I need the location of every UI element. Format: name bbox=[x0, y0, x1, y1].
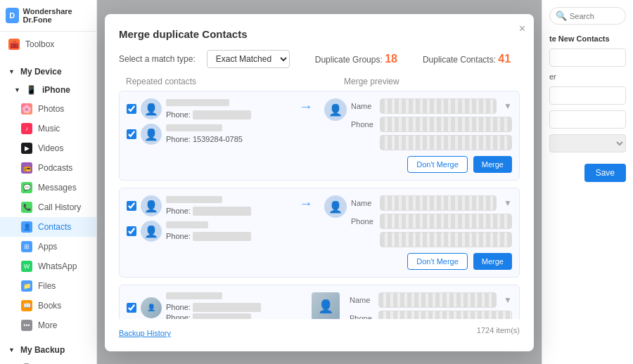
sidebar-item-podcasts[interactable]: 📻 Podcasts bbox=[0, 158, 96, 178]
preview-2-name-label: Name bbox=[351, 199, 376, 207]
save-button[interactable]: Save bbox=[584, 164, 626, 182]
group-1-contact-2-checkbox[interactable] bbox=[127, 129, 136, 139]
more-icon: ••• bbox=[21, 320, 32, 331]
sidebar-iphone[interactable]: ▼ 📱 iPhone bbox=[0, 81, 96, 99]
group-2-contact-2-info: Phone: ██████████ bbox=[166, 221, 288, 241]
sidebar-item-files[interactable]: 📁 Files bbox=[0, 276, 96, 296]
files-icon: 📁 bbox=[21, 280, 32, 292]
sidebar-item-books[interactable]: 📖 Books bbox=[0, 296, 96, 316]
main-content: Merge duplicate Contacts × Select a matc… bbox=[97, 0, 542, 364]
preview-1-dropdown-icon[interactable]: ▼ bbox=[504, 101, 512, 111]
preview-1-phone-input bbox=[380, 117, 512, 132]
backup-history-link[interactable]: Backup History bbox=[119, 329, 171, 337]
contacts-icon: 👤 bbox=[21, 221, 32, 233]
group-2-dont-merge-button[interactable]: Don't Merge bbox=[407, 253, 468, 270]
name-field[interactable] bbox=[549, 48, 626, 67]
merge-modal: Merge duplicate Contacts × Select a matc… bbox=[105, 14, 534, 351]
search-bar[interactable]: 🔍 bbox=[549, 7, 626, 25]
group-2-merge-button[interactable]: Merge bbox=[473, 253, 512, 270]
dup-group-3: 👤 Phone: ████████████ Phone: ██████████ bbox=[119, 285, 520, 319]
extra-field[interactable] bbox=[549, 110, 626, 129]
preview-2-extra-input bbox=[380, 232, 512, 247]
sidebar-item-apps[interactable]: ⊞ Apps bbox=[0, 237, 96, 256]
preview-3-name-input bbox=[378, 292, 497, 308]
group-3-inner: 👤 Phone: ████████████ Phone: ██████████ bbox=[127, 292, 512, 319]
group-1-arrow: → bbox=[292, 98, 320, 115]
number-field[interactable] bbox=[549, 86, 626, 105]
match-type-select[interactable]: Exact Matched bbox=[207, 50, 290, 68]
group-1-merge-button[interactable]: Merge bbox=[473, 156, 512, 173]
dup-contacts-count: 41 bbox=[498, 53, 511, 65]
whatsapp-icon: W bbox=[21, 261, 32, 272]
preview-2-name-input bbox=[380, 195, 497, 211]
preview-3-phone-label: Phone bbox=[350, 314, 374, 319]
preview-2-name-field: Name ▼ bbox=[351, 195, 512, 211]
new-contacts-title: te New Contacts bbox=[549, 34, 626, 43]
sidebar-mydevice[interactable]: ▼ My Device bbox=[0, 63, 96, 81]
arrow-icon: → bbox=[299, 98, 313, 115]
group-1-contact-1-phone: Phone: ██████████ bbox=[166, 110, 251, 119]
group-3-preview-photo: 👤 bbox=[312, 292, 340, 319]
preview-1-avatar: 👤 bbox=[324, 98, 347, 121]
right-panel: 🔍 te New Contacts er Save bbox=[542, 0, 633, 364]
sidebar-item-more[interactable]: ••• More bbox=[0, 316, 96, 335]
sidebar-mybackup[interactable]: ▼ My Backup bbox=[0, 341, 96, 359]
group-1-contacts: 👤 Phone: ██████████ 👤 bbox=[127, 98, 288, 149]
group-2-contact-2-checkbox[interactable] bbox=[127, 226, 136, 236]
preview-1-extra-input bbox=[380, 135, 512, 150]
preview-2-phone-label: Phone bbox=[351, 217, 376, 226]
match-type-label: Select a match type: bbox=[119, 54, 196, 64]
sidebar-item-contacts[interactable]: 👤 Contacts bbox=[0, 217, 96, 237]
group-2-contacts: 👤 Phone: ██████████ 👤 bbox=[127, 195, 288, 246]
sidebar-item-videos[interactable]: ▶ Videos bbox=[0, 138, 96, 158]
photos-icon: 🌸 bbox=[21, 103, 32, 115]
group-1-dont-merge-button[interactable]: Don't Merge bbox=[407, 156, 468, 173]
dup-groups-stat: Duplicate Groups: 18 bbox=[315, 53, 397, 65]
callhistory-icon: 📞 bbox=[21, 202, 32, 213]
sidebar-item-whatsapp[interactable]: W WhatsApp bbox=[0, 256, 96, 276]
group-1-contact-2: 👤 Phone: 1539284-0785 bbox=[127, 124, 288, 145]
dup-group-2: 👤 Phone: ██████████ 👤 bbox=[119, 188, 520, 278]
modal-close-button[interactable]: × bbox=[519, 22, 525, 35]
group-3-contact-1-checkbox[interactable] bbox=[127, 303, 136, 313]
sidebar-item-callhistory[interactable]: 📞 Call History bbox=[0, 197, 96, 217]
dup-group-1: 👤 Phone: ██████████ 👤 bbox=[119, 91, 520, 181]
preview-3-dropdown-icon[interactable]: ▼ bbox=[504, 295, 512, 305]
group-2-contact-2-phone: Phone: ██████████ bbox=[166, 232, 251, 240]
group-3-contacts: 👤 Phone: ████████████ Phone: ██████████ bbox=[127, 292, 289, 319]
preview-2-dropdown-icon[interactable]: ▼ bbox=[504, 198, 512, 208]
iphone-icon: 📱 bbox=[26, 85, 37, 95]
duplicate-groups-list: 👤 Phone: ██████████ 👤 bbox=[119, 91, 520, 319]
group-3-contact-1-phone: Phone: ████████████ bbox=[166, 303, 261, 311]
sidebar-item-messages[interactable]: 💬 Messages bbox=[0, 178, 96, 197]
preview-2-avatar: 👤 bbox=[324, 195, 347, 218]
preview-1-name-input: ████████████ bbox=[380, 98, 497, 114]
sidebar-item-photos[interactable]: 🌸 Photos bbox=[0, 99, 96, 119]
modal-controls: Select a match type: Exact Matched Dupli… bbox=[119, 50, 520, 68]
type-select[interactable] bbox=[549, 134, 626, 152]
group-3-contact-1-info: Phone: ████████████ Phone: ██████████ bbox=[166, 292, 289, 319]
group-2-contact-1: 👤 Phone: ██████████ bbox=[127, 195, 288, 216]
preview-1-name-label: Name bbox=[351, 102, 376, 110]
dup-contacts-stat: Duplicate Contacts: 41 bbox=[423, 53, 511, 65]
group-2-contact-1-info: Phone: ██████████ bbox=[166, 196, 288, 216]
group-2-inner: 👤 Phone: ██████████ 👤 bbox=[127, 195, 512, 270]
preview-1-phone-field: Phone bbox=[351, 117, 512, 132]
group-3-contact-1-phone2: Phone: ██████████ bbox=[166, 313, 251, 319]
search-input[interactable] bbox=[570, 12, 620, 20]
group-2-contact-1-phone: Phone: ██████████ bbox=[166, 207, 251, 215]
music-icon: ♪ bbox=[21, 123, 32, 134]
sidebar-item-toolbox[interactable]: 🧰 Toolbox bbox=[0, 34, 96, 54]
group-1-inner: 👤 Phone: ██████████ 👤 bbox=[127, 98, 512, 173]
search-icon: 🔍 bbox=[556, 11, 567, 21]
sidebar-item-backup-iphone[interactable]: 📱 iPhone bbox=[0, 359, 96, 364]
modal-overlay: Merge duplicate Contacts × Select a matc… bbox=[97, 0, 542, 364]
app-header: D Wondershare Dr.Fone bbox=[0, 0, 96, 32]
group-3-contact-1-avatar: 👤 bbox=[141, 297, 162, 318]
group-1-contact-1-checkbox[interactable] bbox=[127, 104, 136, 114]
apps-icon: ⊞ bbox=[21, 241, 32, 252]
toolbox-section: 🧰 Toolbox bbox=[0, 32, 96, 57]
group-1-actions: Don't Merge Merge bbox=[351, 156, 512, 173]
group-2-contact-1-checkbox[interactable] bbox=[127, 201, 136, 211]
sidebar-item-music[interactable]: ♪ Music bbox=[0, 119, 96, 138]
